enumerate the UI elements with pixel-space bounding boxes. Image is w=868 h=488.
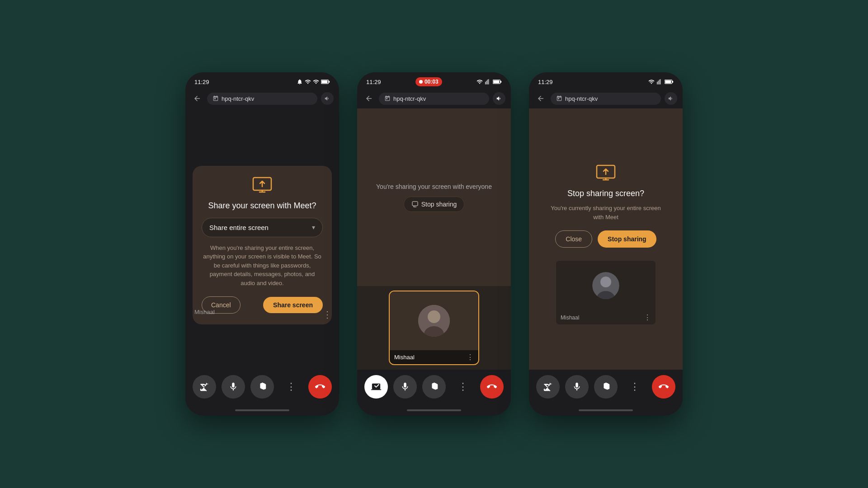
phone-1-content: Share your screen with Meet? Share entir… (185, 108, 339, 370)
avatar-3 (592, 272, 619, 299)
battery-icon-3 (665, 79, 674, 84)
stop-sharing-label: Stop sharing (421, 201, 457, 208)
sound-button-2[interactable] (493, 92, 505, 105)
svg-rect-6 (493, 80, 499, 83)
stop-dialog-title: Stop sharing screen? (545, 189, 666, 198)
home-indicator-3 (579, 409, 633, 411)
dialog-buttons: Cancel Share screen (202, 296, 323, 314)
share-dialog: Share your screen with Meet? Share entir… (193, 166, 332, 325)
address-bar-2: hpq-ntcr-qkv (357, 89, 511, 108)
calendar-icon-3 (556, 95, 562, 102)
phones-container: 11:29 hpq-ntcr-qkv (185, 72, 683, 416)
user-name-bar-3: Mishaal ⋮ (556, 310, 656, 324)
call-toolbar-3: ⋮ (529, 370, 683, 408)
calendar-icon-1 (212, 95, 219, 102)
stop-sharing-confirm-button[interactable]: Stop sharing (598, 230, 656, 248)
back-button-3[interactable] (534, 92, 547, 105)
more-button-1[interactable]: ⋮ (279, 375, 303, 399)
recording-dot (419, 80, 423, 84)
more-icon-1[interactable]: ⋮ (323, 309, 332, 320)
svg-point-9 (428, 310, 440, 323)
user-label-1: Mishaal (194, 309, 215, 315)
user-name-2: Mishaal (394, 354, 415, 361)
address-bar-3: hpq-ntcr-qkv (529, 89, 683, 108)
user-video-container-2: Mishaal ⋮ (357, 286, 511, 370)
avatar-2 (418, 305, 450, 337)
svg-rect-1 (329, 81, 330, 83)
screen-share-icon-3 (596, 164, 616, 181)
status-icons-3 (648, 79, 674, 85)
svg-rect-5 (500, 81, 502, 83)
sharing-text: You're sharing your screen with everyone (376, 183, 492, 190)
avatar-svg-2 (418, 305, 450, 337)
camera-off-button-3[interactable] (536, 375, 560, 399)
sound-button-1[interactable] (321, 92, 334, 105)
sound-button-3[interactable] (665, 92, 677, 105)
camera-off-button-1[interactable] (193, 375, 216, 399)
phone-3-content: Stop sharing screen? You're currently sh… (529, 108, 683, 370)
screen-share-button-2[interactable] (364, 375, 388, 399)
user-card-3: Mishaal ⋮ (556, 261, 656, 324)
battery-icon-1 (321, 79, 330, 84)
time-2: 11:29 (366, 79, 381, 85)
status-icons-2 (476, 79, 502, 85)
url-bar-3: hpq-ntcr-qkv (551, 93, 661, 105)
hand-button-2[interactable] (422, 375, 446, 399)
svg-rect-7 (412, 202, 418, 206)
call-toolbar-1: ⋮ (185, 370, 339, 408)
phone-1: 11:29 hpq-ntcr-qkv (185, 72, 339, 416)
stop-dialog-desc: You're currently sharing your entire scr… (545, 204, 666, 221)
chevron-down-icon: ▾ (312, 224, 315, 231)
url-bar-1: hpq-ntcr-qkv (207, 93, 317, 105)
more-icon-3[interactable]: ⋮ (644, 313, 651, 322)
status-icons-1 (297, 79, 330, 85)
status-bar-1: 11:29 (185, 72, 339, 89)
user-name-3: Mishaal (561, 314, 579, 321)
more-icon-2[interactable]: ⋮ (467, 353, 474, 361)
stop-sharing-icon (411, 201, 419, 208)
avatar-container-2 (418, 305, 450, 337)
url-bar-2: hpq-ntcr-qkv (379, 93, 489, 105)
stop-sharing-dialog: Stop sharing screen? You're currently sh… (536, 154, 675, 258)
hand-button-3[interactable] (594, 375, 618, 399)
user-name-bar-2: Mishaal ⋮ (390, 350, 478, 364)
more-button-3[interactable]: ⋮ (623, 375, 646, 399)
user-video-3 (556, 261, 656, 310)
user-card-2: Mishaal ⋮ (389, 291, 479, 365)
close-button[interactable]: Close (555, 230, 592, 248)
mic-button-1[interactable] (222, 375, 245, 399)
phone-2: 11:29 00:03 hpq-ntcr-qkv (357, 72, 511, 416)
time-3: 11:29 (538, 79, 553, 85)
end-call-button-3[interactable] (652, 375, 675, 399)
recording-badge: 00:03 (415, 77, 442, 86)
mic-button-3[interactable] (565, 375, 589, 399)
share-screen-button[interactable]: Share screen (263, 297, 323, 313)
address-bar-1: hpq-ntcr-qkv (185, 89, 339, 108)
status-bar-2: 11:29 00:03 (357, 72, 511, 89)
hand-button-1[interactable] (250, 375, 274, 399)
stop-dialog-icon (545, 164, 666, 183)
user-card-container-3: Mishaal ⋮ (556, 261, 656, 324)
back-button-2[interactable] (363, 92, 375, 105)
sharing-area: You're sharing your screen with everyone… (357, 108, 511, 286)
dropdown-label: Share entire screen (209, 224, 269, 231)
share-dialog-title: Share your screen with Meet? (202, 201, 323, 211)
back-button-1[interactable] (191, 92, 203, 105)
signal-icon-3 (656, 79, 663, 85)
svg-point-16 (600, 277, 611, 287)
mic-button-2[interactable] (393, 375, 417, 399)
end-call-button-2[interactable] (480, 375, 504, 399)
url-text-1: hpq-ntcr-qkv (222, 95, 254, 102)
battery-icon-2 (493, 79, 502, 84)
wifi-icon-2 (476, 79, 483, 85)
more-button-2[interactable]: ⋮ (451, 375, 475, 399)
end-call-button-1[interactable] (308, 375, 332, 399)
stop-sharing-button[interactable]: Stop sharing (404, 197, 465, 212)
svg-rect-13 (665, 80, 671, 83)
phone-3: 11:29 hpq-ntcr-qkv (529, 72, 683, 416)
home-indicator-1 (235, 409, 289, 411)
svg-rect-12 (672, 81, 674, 83)
recording-time: 00:03 (425, 79, 439, 85)
share-type-dropdown[interactable]: Share entire screen ▾ (202, 218, 323, 237)
signal-icon-1 (313, 79, 319, 85)
